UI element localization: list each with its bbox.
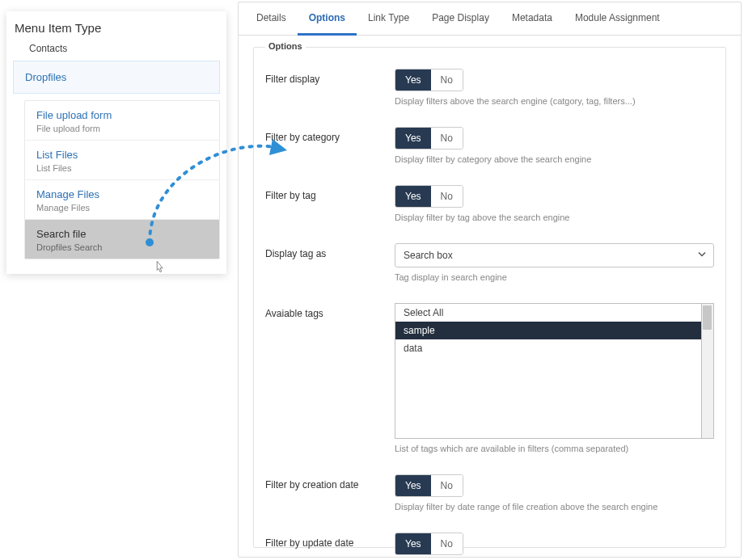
listbox-item-sample[interactable]: sample <box>395 322 713 339</box>
menu-item-type-panel: Menu Item Type Contacts Dropfiles File u… <box>6 11 226 274</box>
tab-link-type[interactable]: Link Type <box>357 2 421 35</box>
toggle-filter-update[interactable]: Yes No <box>395 533 463 555</box>
chevron-down-icon <box>697 250 707 262</box>
panel-item-file-upload[interactable]: File upload form File upload form <box>25 101 219 141</box>
toggle-no[interactable]: No <box>431 186 463 207</box>
toggle-yes[interactable]: Yes <box>395 186 431 207</box>
panel-item-search-file[interactable]: Search file Dropfiles Search <box>25 220 219 259</box>
label-filter-creation: Filter by creation date <box>265 474 395 491</box>
panel-title: Menu Item Type <box>6 11 226 41</box>
options-fieldset: Options Filter display Yes No Display fi… <box>253 47 726 548</box>
toggle-no[interactable]: No <box>431 128 463 149</box>
tab-module-assignment[interactable]: Module Assignment <box>564 2 671 35</box>
panel-item-list-files[interactable]: List Files List Files <box>25 141 219 180</box>
panel-item-title: List Files <box>36 149 208 161</box>
toggle-yes[interactable]: Yes <box>395 69 431 91</box>
tab-metadata[interactable]: Metadata <box>501 2 564 35</box>
row-filter-creation: Filter by creation date Yes No Display f… <box>265 474 714 512</box>
row-filter-display: Filter display Yes No Display filters ab… <box>265 69 714 106</box>
toggle-filter-creation[interactable]: Yes No <box>395 474 463 497</box>
toggle-no[interactable]: No <box>431 533 463 554</box>
panel-item-manage-files[interactable]: Manage Files Manage Files <box>25 180 219 220</box>
tab-page-display[interactable]: Page Display <box>421 2 501 35</box>
panel-category-contacts[interactable]: Contacts <box>6 41 226 61</box>
tab-details[interactable]: Details <box>245 2 298 35</box>
scrollbar-thumb[interactable] <box>703 305 712 330</box>
toggle-filter-tag[interactable]: Yes No <box>395 185 463 208</box>
panel-item-title: Manage Files <box>36 188 208 200</box>
panel-section-dropfiles[interactable]: Dropfiles <box>13 61 220 94</box>
toggle-no[interactable]: No <box>431 69 463 91</box>
help-available-tags: List of tags which are available in filt… <box>395 444 714 453</box>
label-filter-category: Filter by category <box>265 127 395 143</box>
toggle-no[interactable]: No <box>431 475 463 496</box>
toggle-yes[interactable]: Yes <box>395 533 431 554</box>
select-value: Search box <box>404 250 453 261</box>
toggle-yes[interactable]: Yes <box>395 128 431 149</box>
row-display-tag-as: Display tag as Search box Tag display in… <box>265 243 714 282</box>
tab-bar: Details Options Link Type Page Display M… <box>239 2 741 36</box>
panel-item-subtitle: Dropfiles Search <box>36 242 208 252</box>
panel-item-title: File upload form <box>36 109 208 121</box>
toggle-filter-category[interactable]: Yes No <box>395 127 463 149</box>
select-display-tag-as[interactable]: Search box <box>395 243 714 267</box>
label-display-tag-as: Display tag as <box>265 243 395 259</box>
row-available-tags: Avaiable tags Select All sample data Lis… <box>265 303 714 453</box>
label-filter-display: Filter display <box>265 69 395 85</box>
listbox-item-data[interactable]: data <box>395 339 713 357</box>
settings-panel: Details Options Link Type Page Display M… <box>238 2 742 558</box>
label-filter-update: Filter by update date <box>265 533 395 549</box>
toggle-yes[interactable]: Yes <box>395 475 431 496</box>
help-filter-tag: Display filter by tag above the search e… <box>395 213 714 222</box>
options-legend: Options <box>265 41 306 51</box>
listbox-item-select-all[interactable]: Select All <box>395 304 713 322</box>
help-filter-display: Display filters above the search engine … <box>395 96 714 106</box>
tab-options[interactable]: Options <box>298 2 357 36</box>
row-filter-tag: Filter by tag Yes No Display filter by t… <box>265 185 714 222</box>
panel-item-title: Search file <box>36 228 208 240</box>
panel-item-subtitle: File upload form <box>36 124 208 133</box>
toggle-filter-display[interactable]: Yes No <box>395 69 463 91</box>
row-filter-category: Filter by category Yes No Display filter… <box>265 127 714 164</box>
panel-item-subtitle: Manage Files <box>36 203 208 213</box>
help-filter-creation: Display filter by date range of file cre… <box>395 502 714 512</box>
help-display-tag-as: Tag display in search engine <box>395 272 714 282</box>
row-filter-update: Filter by update date Yes No Display fil… <box>265 533 714 560</box>
panel-item-subtitle: List Files <box>36 163 208 173</box>
listbox-available-tags[interactable]: Select All sample data <box>395 303 714 439</box>
label-filter-tag: Filter by tag <box>265 185 395 201</box>
label-available-tags: Avaiable tags <box>265 303 395 319</box>
panel-item-list: File upload form File upload form List F… <box>24 100 220 259</box>
help-filter-category: Display filter by category above the sea… <box>395 154 714 164</box>
listbox-scrollbar[interactable] <box>701 304 713 438</box>
